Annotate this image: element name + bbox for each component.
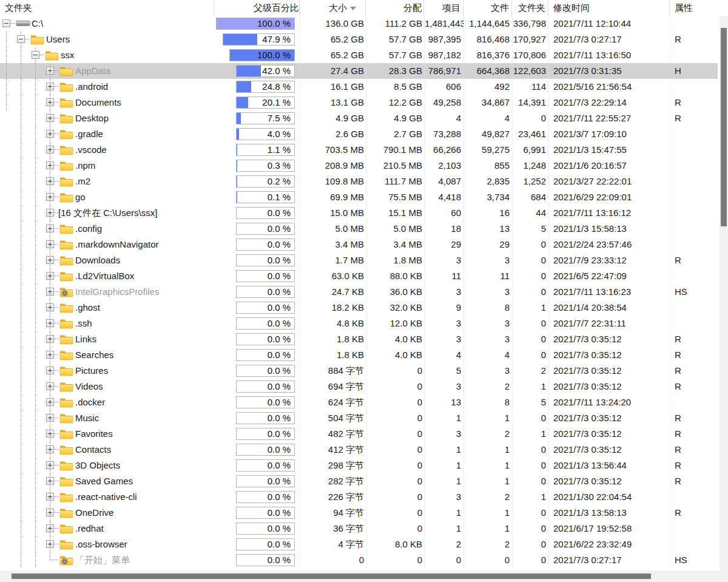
table-row[interactable]: .markdownNavigator0.0 %3.4 MB3.4 MB29290… bbox=[0, 237, 718, 252]
cell-size: 94 字节 bbox=[300, 505, 366, 521]
vertical-scrollbar-thumb[interactable] bbox=[721, 28, 727, 226]
table-row[interactable]: .oss-browser0.0 %4 字节8.0 KB2202021/6/22 … bbox=[0, 536, 718, 552]
expand-toggle[interactable] bbox=[46, 445, 54, 453]
table-row[interactable]: Downloads0.0 %1.7 MB1.8 MB3302021/7/9 23… bbox=[0, 252, 718, 268]
table-row[interactable]: Desktop7.5 %4.9 GB4.9 GB4402021/7/11 22:… bbox=[0, 110, 718, 126]
percent-value: 0.0 % bbox=[268, 397, 291, 408]
table-row[interactable]: .npm0.3 %208.9 MB210.5 MB2,1038551,24820… bbox=[0, 158, 718, 174]
table-row[interactable]: Users47.9 %65.2 GB57.7 GB987,395816,4681… bbox=[0, 32, 718, 47]
table-row[interactable]: Saved Games0.0 %282 字节01102021/7/3 0:35:… bbox=[0, 473, 718, 489]
expand-toggle[interactable] bbox=[46, 524, 54, 532]
table-row[interactable]: go0.1 %69.9 MB75.5 MB4,4183,7346842021/6… bbox=[0, 189, 718, 205]
table-row[interactable]: OneDrive0.0 %94 字节01102021/1/3 13:58:13R bbox=[0, 505, 718, 521]
cell-allocated: 0 bbox=[366, 505, 424, 521]
expand-toggle[interactable] bbox=[46, 335, 54, 343]
expand-toggle[interactable] bbox=[46, 461, 54, 469]
expand-toggle[interactable] bbox=[46, 398, 54, 406]
table-row[interactable]: .m20.2 %109.8 MB111.7 MB4,0872,8351,2522… bbox=[0, 174, 718, 189]
folder-icon bbox=[59, 318, 74, 329]
table-row[interactable]: .config0.0 %5.0 MB5.0 MB181352021/1/3 15… bbox=[0, 221, 718, 237]
column-header-attributes[interactable]: 属性 bbox=[670, 0, 718, 16]
expand-toggle[interactable] bbox=[46, 414, 54, 422]
table-row[interactable]: Music0.0 %504 字节01102021/7/3 0:35:12R bbox=[0, 410, 718, 426]
expand-toggle[interactable] bbox=[46, 83, 54, 90]
collapse-toggle[interactable] bbox=[17, 35, 25, 43]
table-row[interactable]: AppData42.0 %27.4 GB28.3 GB786,971664,36… bbox=[0, 63, 718, 79]
table-row[interactable]: .docker0.0 %624 字节013852021/7/11 13:24:2… bbox=[0, 394, 718, 410]
column-header-files[interactable]: 文件 bbox=[463, 0, 512, 16]
table-row[interactable]: C:\100.0 %136.0 GB111.2 GB1,481,4431,144… bbox=[0, 16, 718, 32]
expand-toggle[interactable] bbox=[46, 272, 54, 280]
cell-folders: 0 bbox=[513, 284, 548, 300]
expand-toggle[interactable] bbox=[46, 240, 54, 248]
expand-toggle[interactable] bbox=[46, 146, 54, 154]
collapse-toggle[interactable] bbox=[2, 19, 10, 27]
table-row[interactable]: Links0.0 %1.8 KB4.0 KB3302021/7/3 0:35:1… bbox=[0, 331, 718, 347]
table-row[interactable]: IntelGraphicsProfiles0.0 %24.7 KB36.0 KB… bbox=[0, 284, 718, 300]
table-row[interactable]: [16 文件在 C:\Users\ssx]0.0 %15.0 MB15.1 MB… bbox=[0, 205, 718, 221]
tree-line bbox=[21, 205, 21, 221]
expand-toggle[interactable] bbox=[46, 477, 54, 485]
table-row[interactable]: .vscode1.1 %703.5 MB790.1 MB66,26659,275… bbox=[0, 142, 718, 158]
expand-toggle[interactable] bbox=[46, 351, 54, 359]
column-header-modified[interactable]: 修改时间 bbox=[548, 0, 670, 16]
table-row[interactable]: Videos0.0 %694 字节03212021/7/3 0:35:12R bbox=[0, 379, 718, 394]
cell-files: 492 bbox=[464, 79, 512, 95]
expand-toggle[interactable] bbox=[46, 303, 54, 311]
column-header-allocated[interactable]: 分配 bbox=[366, 0, 424, 16]
percent-bar: 0.0 % bbox=[236, 302, 295, 314]
cell-size: 15.0 MB bbox=[300, 205, 366, 221]
table-row[interactable]: .gradle4.0 %2.6 GB2.7 GB73,28849,82723,4… bbox=[0, 126, 718, 142]
table-row[interactable]: 「开始」菜单0.0 %000002021/7/3 0:27:17HS bbox=[0, 552, 718, 568]
table-row[interactable]: .android24.8 %16.1 GB8.5 GB6064921142021… bbox=[0, 79, 718, 95]
table-row[interactable]: Pictures0.0 %884 字节05322021/7/3 0:35:12R bbox=[0, 363, 718, 379]
expand-toggle[interactable] bbox=[46, 382, 54, 390]
expand-toggle[interactable] bbox=[46, 225, 54, 232]
expand-toggle[interactable] bbox=[46, 114, 54, 122]
column-header-items[interactable]: 项目 bbox=[424, 0, 463, 16]
expand-toggle[interactable] bbox=[46, 319, 54, 327]
table-row[interactable]: 3D Objects0.0 %298 字节01102021/1/3 13:56:… bbox=[0, 458, 718, 473]
table-row[interactable]: Contacts0.0 %412 字节01102021/7/3 0:35:12R bbox=[0, 442, 718, 458]
folder-name: ssx bbox=[61, 47, 75, 63]
horizontal-scrollbar-thumb[interactable] bbox=[12, 574, 651, 579]
expand-toggle[interactable] bbox=[46, 367, 54, 374]
table-row[interactable]: Favorites0.0 %482 字节03212021/7/3 0:35:12… bbox=[0, 426, 718, 442]
expand-toggle[interactable] bbox=[46, 540, 54, 548]
expand-toggle[interactable] bbox=[46, 177, 54, 185]
table-row[interactable]: .react-native-cli0.0 %226 字节03212021/1/3… bbox=[0, 489, 718, 505]
percent-bar: 0.0 % bbox=[236, 286, 295, 298]
expand-toggle[interactable] bbox=[46, 430, 54, 438]
folder-name: .vscode bbox=[75, 142, 107, 158]
expand-toggle[interactable] bbox=[46, 509, 54, 516]
vertical-scrollbar[interactable] bbox=[720, 16, 728, 570]
cell-items: 3 bbox=[425, 284, 463, 300]
expand-toggle[interactable] bbox=[46, 193, 54, 201]
table-row[interactable]: .Ld2VirtualBox0.0 %63.0 KB88.0 KB1111020… bbox=[0, 268, 718, 284]
tree-line bbox=[35, 347, 36, 363]
expand-toggle[interactable] bbox=[46, 67, 54, 75]
table-row[interactable]: .redhat0.0 %36 字节01102021/6/17 19:52:58 bbox=[0, 521, 718, 536]
cell-size: 2.6 GB bbox=[300, 126, 366, 142]
table-row[interactable]: .ghost0.0 %18.2 KB32.0 KB9812021/1/4 20:… bbox=[0, 300, 718, 316]
expand-toggle[interactable] bbox=[46, 130, 54, 138]
cell-attributes bbox=[670, 126, 718, 142]
table-row[interactable]: .ssh0.0 %4.8 KB12.0 KB3302021/7/7 22:31:… bbox=[0, 316, 718, 331]
column-header-percent-of-parent[interactable]: 父级百分比 bbox=[214, 0, 300, 16]
expand-toggle[interactable] bbox=[46, 161, 54, 169]
expand-toggle[interactable] bbox=[46, 256, 54, 264]
table-row[interactable]: Searches0.0 %1.8 KB4.0 KB4402021/7/3 0:3… bbox=[0, 347, 718, 363]
table-row[interactable]: ssx100.0 %65.2 GB57.7 GB987,182816,37617… bbox=[0, 47, 718, 63]
toggle-glyph bbox=[50, 289, 50, 294]
folder-icon bbox=[59, 397, 74, 408]
column-header-folder[interactable]: 文件夹 bbox=[0, 0, 214, 16]
expand-toggle[interactable] bbox=[46, 493, 54, 501]
expand-toggle[interactable] bbox=[46, 288, 54, 296]
expand-toggle[interactable] bbox=[46, 209, 54, 217]
expand-toggle[interactable] bbox=[46, 98, 54, 106]
column-header-folders[interactable]: 文件夹 bbox=[512, 0, 548, 16]
collapse-toggle[interactable] bbox=[32, 51, 39, 59]
horizontal-scrollbar[interactable] bbox=[0, 570, 728, 582]
table-row[interactable]: Documents20.1 %13.1 GB12.2 GB49,25834,86… bbox=[0, 95, 718, 110]
tree-line bbox=[35, 394, 36, 410]
